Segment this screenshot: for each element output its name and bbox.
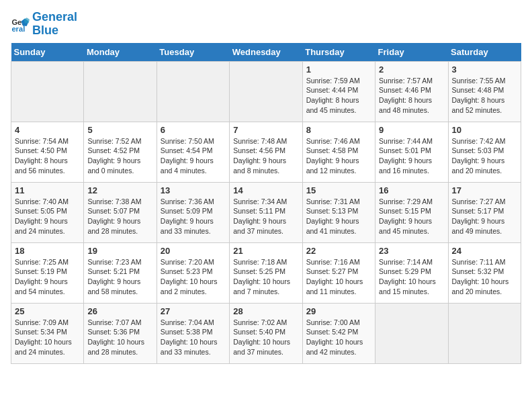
day-info: Sunrise: 7:57 AMSunset: 4:46 PMDaylight:… [379,76,444,116]
day-cell: 19Sunrise: 7:23 AMSunset: 5:21 PMDayligh… [84,242,157,303]
day-cell: 17Sunrise: 7:27 AMSunset: 5:17 PMDayligh… [448,182,521,242]
day-cell: 4Sunrise: 7:54 AMSunset: 4:50 PMDaylight… [11,122,84,182]
logo-icon: Gen eral [11,15,30,34]
header-day-wednesday: Wednesday [230,43,302,62]
day-cell [448,303,521,363]
day-number: 12 [87,185,152,195]
day-number: 29 [306,306,371,316]
day-cell: 5Sunrise: 7:52 AMSunset: 4:52 PMDaylight… [84,122,157,182]
day-cell: 28Sunrise: 7:02 AMSunset: 5:40 PMDayligh… [230,303,302,363]
header-day-monday: Monday [84,43,157,62]
day-info: Sunrise: 7:46 AMSunset: 4:58 PMDaylight:… [306,136,371,176]
day-cell: 23Sunrise: 7:14 AMSunset: 5:29 PMDayligh… [375,242,448,303]
day-info: Sunrise: 7:31 AMSunset: 5:13 PMDaylight:… [306,197,371,236]
day-number: 22 [306,246,371,256]
day-info: Sunrise: 7:25 AMSunset: 5:19 PMDaylight:… [15,257,80,297]
header-day-saturday: Saturday [448,43,521,62]
day-cell [375,303,448,363]
day-number: 3 [452,64,517,75]
day-number: 1 [306,64,371,75]
day-number: 4 [15,125,80,135]
day-cell: 2Sunrise: 7:57 AMSunset: 4:46 PMDaylight… [375,61,448,122]
day-number: 6 [161,125,226,135]
day-info: Sunrise: 7:20 AMSunset: 5:23 PMDaylight:… [161,257,226,297]
header: Gen eral General Blue [11,11,521,38]
logo: Gen eral General Blue [11,11,77,38]
day-info: Sunrise: 7:48 AMSunset: 4:56 PMDaylight:… [233,136,298,176]
day-number: 13 [161,185,226,195]
day-info: Sunrise: 7:02 AMSunset: 5:40 PMDaylight:… [233,318,298,357]
day-cell: 7Sunrise: 7:48 AMSunset: 4:56 PMDaylight… [230,122,302,182]
day-cell: 8Sunrise: 7:46 AMSunset: 4:58 PMDaylight… [302,122,375,182]
day-info: Sunrise: 7:27 AMSunset: 5:17 PMDaylight:… [452,197,517,236]
day-number: 27 [161,306,226,316]
day-info: Sunrise: 7:50 AMSunset: 4:54 PMDaylight:… [161,136,226,176]
day-info: Sunrise: 7:59 AMSunset: 4:44 PMDaylight:… [306,76,371,116]
day-cell: 22Sunrise: 7:16 AMSunset: 5:27 PMDayligh… [302,242,375,303]
day-info: Sunrise: 7:55 AMSunset: 4:48 PMDaylight:… [452,76,517,116]
day-cell: 18Sunrise: 7:25 AMSunset: 5:19 PMDayligh… [11,242,84,303]
day-number: 7 [233,125,298,135]
svg-text:eral: eral [11,25,25,33]
week-row-5: 25Sunrise: 7:09 AMSunset: 5:34 PMDayligh… [11,303,521,363]
day-cell: 16Sunrise: 7:29 AMSunset: 5:15 PMDayligh… [375,182,448,242]
day-info: Sunrise: 7:42 AMSunset: 5:03 PMDaylight:… [452,136,517,176]
day-cell: 21Sunrise: 7:18 AMSunset: 5:25 PMDayligh… [230,242,302,303]
day-info: Sunrise: 7:14 AMSunset: 5:29 PMDaylight:… [379,257,444,297]
day-info: Sunrise: 7:07 AMSunset: 5:36 PMDaylight:… [87,318,152,357]
day-info: Sunrise: 7:38 AMSunset: 5:07 PMDaylight:… [87,197,152,236]
day-cell: 26Sunrise: 7:07 AMSunset: 5:36 PMDayligh… [84,303,157,363]
header-row: SundayMondayTuesdayWednesdayThursdayFrid… [11,43,521,62]
day-cell: 11Sunrise: 7:40 AMSunset: 5:05 PMDayligh… [11,182,84,242]
calendar-body: 1Sunrise: 7:59 AMSunset: 4:44 PMDaylight… [11,61,521,363]
day-number: 21 [233,246,298,256]
day-number: 20 [161,246,226,256]
logo-line2: Blue [32,24,77,38]
day-info: Sunrise: 7:36 AMSunset: 5:09 PMDaylight:… [161,197,226,236]
week-row-4: 18Sunrise: 7:25 AMSunset: 5:19 PMDayligh… [11,242,521,303]
day-cell: 15Sunrise: 7:31 AMSunset: 5:13 PMDayligh… [302,182,375,242]
day-info: Sunrise: 7:23 AMSunset: 5:21 PMDaylight:… [87,257,152,297]
header-day-sunday: Sunday [11,43,84,62]
day-cell: 24Sunrise: 7:11 AMSunset: 5:32 PMDayligh… [448,242,521,303]
day-info: Sunrise: 7:29 AMSunset: 5:15 PMDaylight:… [379,197,444,236]
day-info: Sunrise: 7:16 AMSunset: 5:27 PMDaylight:… [306,257,371,297]
day-number: 17 [452,185,517,195]
logo-line1: General [32,11,77,24]
day-cell: 27Sunrise: 7:04 AMSunset: 5:38 PMDayligh… [157,303,229,363]
day-cell: 29Sunrise: 7:00 AMSunset: 5:42 PMDayligh… [302,303,375,363]
day-cell: 25Sunrise: 7:09 AMSunset: 5:34 PMDayligh… [11,303,84,363]
week-row-3: 11Sunrise: 7:40 AMSunset: 5:05 PMDayligh… [11,182,521,242]
day-cell: 13Sunrise: 7:36 AMSunset: 5:09 PMDayligh… [157,182,229,242]
day-number: 10 [452,125,517,135]
day-number: 5 [87,125,152,135]
week-row-1: 1Sunrise: 7:59 AMSunset: 4:44 PMDaylight… [11,61,521,122]
day-number: 16 [379,185,444,195]
day-number: 14 [233,185,298,195]
day-number: 2 [379,64,444,75]
day-cell: 10Sunrise: 7:42 AMSunset: 5:03 PMDayligh… [448,122,521,182]
day-info: Sunrise: 7:04 AMSunset: 5:38 PMDaylight:… [161,318,226,357]
day-info: Sunrise: 7:18 AMSunset: 5:25 PMDaylight:… [233,257,298,297]
day-number: 9 [379,125,444,135]
day-number: 28 [233,306,298,316]
week-row-2: 4Sunrise: 7:54 AMSunset: 4:50 PMDaylight… [11,122,521,182]
day-cell: 1Sunrise: 7:59 AMSunset: 4:44 PMDaylight… [302,61,375,122]
day-cell: 14Sunrise: 7:34 AMSunset: 5:11 PMDayligh… [230,182,302,242]
day-number: 24 [452,246,517,256]
day-number: 18 [15,246,80,256]
day-info: Sunrise: 7:54 AMSunset: 4:50 PMDaylight:… [15,136,80,176]
header-day-friday: Friday [375,43,448,62]
header-day-thursday: Thursday [302,43,375,62]
day-info: Sunrise: 7:11 AMSunset: 5:32 PMDaylight:… [452,257,517,297]
day-cell [84,61,157,122]
header-day-tuesday: Tuesday [157,43,229,62]
day-number: 26 [87,306,152,316]
day-cell [11,61,84,122]
day-cell [157,61,229,122]
day-info: Sunrise: 7:52 AMSunset: 4:52 PMDaylight:… [87,136,152,176]
day-info: Sunrise: 7:34 AMSunset: 5:11 PMDaylight:… [233,197,298,236]
day-info: Sunrise: 7:00 AMSunset: 5:42 PMDaylight:… [306,318,371,357]
day-info: Sunrise: 7:09 AMSunset: 5:34 PMDaylight:… [15,318,80,357]
day-cell: 9Sunrise: 7:44 AMSunset: 5:01 PMDaylight… [375,122,448,182]
